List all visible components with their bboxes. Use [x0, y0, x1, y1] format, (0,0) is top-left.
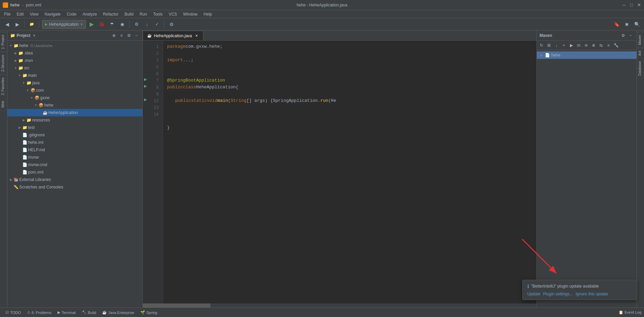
tree-item-mvnw-cmd[interactable]: 📄 mvnw.cmd [7, 161, 142, 168]
notification-ignore-link[interactable]: Ignore this update [576, 292, 608, 296]
run-config-dropdown[interactable]: ▶ HeheApplication ▼ [42, 20, 86, 29]
tree-item-hehe-iml[interactable]: 📄 hehe.iml [7, 139, 142, 146]
tree-item-test[interactable]: ▶ 📁 test [7, 124, 142, 131]
tree-item-idea[interactable]: ▶ 📁 .idea [7, 49, 142, 57]
tab-heheapp[interactable]: ☕ HeheApplication.java ✕ [143, 31, 203, 40]
maven-lifecycle-button[interactable]: ≋ [583, 42, 590, 49]
vcs-update-button[interactable]: ↓ [142, 20, 151, 29]
event-log-button[interactable]: 📋 Event Log [619, 310, 641, 315]
project-button[interactable]: 📁 [27, 20, 36, 29]
tree-item-help[interactable]: 📄 HELP.md [7, 146, 142, 154]
right-tab-database[interactable]: Database [637, 59, 644, 78]
tree-item-resources[interactable]: ▶ 📁 resources [7, 116, 142, 124]
forward-button[interactable]: ▶ [13, 20, 22, 29]
locate-file-button[interactable]: ⊕ [111, 32, 117, 39]
panel-hide-button[interactable]: − [133, 32, 140, 39]
tree-item-pom[interactable]: 📄 pom.xml [7, 168, 142, 176]
tab-spring[interactable]: 🌱 Spring [138, 310, 160, 315]
maven-add-button[interactable]: + [560, 42, 567, 49]
settings-button[interactable]: ⚙ [167, 20, 176, 29]
menu-build[interactable]: Build [122, 11, 136, 17]
menu-file[interactable]: File [1, 11, 13, 17]
tree-item-scratches[interactable]: ✏️ Scratches and Consoles [7, 183, 142, 191]
dropdown-arrow[interactable]: ▼ [32, 33, 36, 38]
search-everywhere-button[interactable]: 🔍 [632, 20, 641, 29]
maven-item-hehe[interactable]: ▶ 📄 hehe [537, 51, 637, 59]
profile-button[interactable]: ◉ [118, 20, 127, 29]
left-tab-structure[interactable]: Z-Structure [0, 52, 7, 74]
code-content[interactable]: package com.gxxw.hehe; import ...; @Spri… [163, 41, 536, 303]
menu-code[interactable]: Code [64, 11, 79, 17]
tab-java-enterprise[interactable]: ☕ Java Enterprise [99, 310, 137, 315]
kw-void: void [207, 97, 217, 104]
maven-wrench-button[interactable]: 🔧 [613, 42, 619, 49]
tree-item-root[interactable]: ▼ 📁 hehe G:\Java\hehe [7, 42, 142, 49]
tree-item-src[interactable]: ▼ 📁 src [7, 64, 142, 72]
run-indicator-line9[interactable]: ▶ [144, 97, 147, 102]
tree-item-gitignore[interactable]: 📄 .gitignore [7, 131, 142, 139]
menu-window[interactable]: Window [180, 11, 200, 17]
left-tab-web[interactable]: Web [0, 98, 7, 110]
maven-m-button[interactable]: m [575, 42, 582, 49]
maven-refresh-button[interactable]: ↻ [538, 42, 545, 49]
debug-button[interactable]: 🐞 [97, 20, 106, 29]
collapse-all-button[interactable]: ≡ [118, 32, 125, 39]
run-indicator-line6[interactable]: ▶ [144, 77, 147, 82]
maximize-button[interactable]: □ [629, 3, 634, 7]
run-indicator-line7[interactable]: ▶ [144, 84, 147, 88]
maven-download-button[interactable]: ↓ [553, 42, 560, 49]
menu-navigate[interactable]: Navigate [42, 11, 63, 17]
maven-reimport-button[interactable]: ⊞ [546, 42, 552, 49]
notification-settings-link[interactable]: Plugin settings... [543, 292, 573, 296]
coverage-button[interactable]: ☂ [108, 20, 116, 29]
right-tab-ant[interactable]: Ant [637, 48, 644, 59]
tab-todo[interactable]: ☑ TODO [3, 310, 24, 315]
tree-item-heheapp[interactable]: ☕ HeheApplication [7, 109, 142, 116]
menu-analyze[interactable]: Analyze [80, 11, 100, 17]
problems-icon: ⚠ [27, 310, 30, 315]
panel-settings-button[interactable]: ⚙ [125, 32, 132, 39]
menu-tools[interactable]: Tools [151, 11, 165, 17]
tab-terminal[interactable]: ▶ Terminal [55, 310, 78, 315]
run-button[interactable]: ▶ [87, 20, 96, 29]
tree-item-gxxw[interactable]: ▼ 📦 gxxw [7, 94, 142, 101]
tree-item-com[interactable]: ▼ 📦 com [7, 87, 142, 94]
menu-vcs[interactable]: VCS [166, 11, 180, 17]
tab-problems[interactable]: ⚠ 6: Problems [24, 310, 54, 315]
minimize-button[interactable]: ─ [622, 3, 626, 7]
maven-toggle-button[interactable]: ⇆ [598, 42, 604, 49]
tree-item-hehe-pkg[interactable]: ▼ 📦 hehe [7, 101, 142, 109]
horizontal-scrollbar[interactable] [143, 303, 536, 308]
tree-item-mvnw[interactable]: 📄 mvnw [7, 154, 142, 161]
menu-edit[interactable]: Edit [14, 11, 26, 17]
terminal-toolbar-button[interactable]: ▣ [622, 20, 631, 29]
menu-refactor[interactable]: Refactor [100, 11, 121, 17]
build-button[interactable]: ⚙ [132, 20, 141, 29]
tab-build[interactable]: 🔨 Build [79, 310, 99, 315]
menu-view[interactable]: View [27, 11, 41, 17]
maven-run-button[interactable]: ▶ [568, 42, 575, 49]
left-tab-favorites[interactable]: 2: Favorites [0, 74, 7, 98]
tree-item-main[interactable]: ▼ 📁 main [7, 72, 142, 79]
tab-close-button[interactable]: ✕ [194, 33, 199, 38]
maven-settings-button[interactable]: ⚙ [620, 32, 626, 39]
menu-run[interactable]: Run [137, 11, 150, 17]
right-tab-maven[interactable]: Maven [637, 32, 644, 48]
tree-item-mvn[interactable]: ▶ 📁 .mvn [7, 57, 142, 64]
close-button[interactable]: ✕ [637, 3, 641, 7]
vcs-commit-button[interactable]: ✓ [153, 20, 161, 29]
project-panel-header: 📁 Project ▼ ⊕ ≡ ⚙ − [7, 30, 142, 41]
scrollbar-thumb[interactable] [143, 303, 210, 308]
back-button[interactable]: ◀ [3, 20, 12, 29]
tree-item-java[interactable]: ▼ 📁 java [7, 79, 142, 87]
tree-item-ext-lib[interactable]: ▶ 📚 External Libraries [7, 176, 142, 183]
left-tab-project[interactable]: 1: Project [0, 32, 7, 52]
code-line-6: @SpringBootApplication [167, 77, 532, 84]
code-editor[interactable]: ▶ ▶ ▶ 1 2 3 5 6 7 8 9 12 13 14 [143, 41, 536, 303]
maven-hide-button[interactable]: − [627, 32, 634, 39]
notification-update-link[interactable]: Update [527, 292, 540, 296]
menu-help[interactable]: Help [201, 11, 215, 17]
maven-skip-tests-button[interactable]: ⊗ [590, 42, 597, 49]
bookmark-button[interactable]: 🔖 [612, 20, 621, 29]
maven-execute-button[interactable]: ≡ [605, 42, 612, 49]
